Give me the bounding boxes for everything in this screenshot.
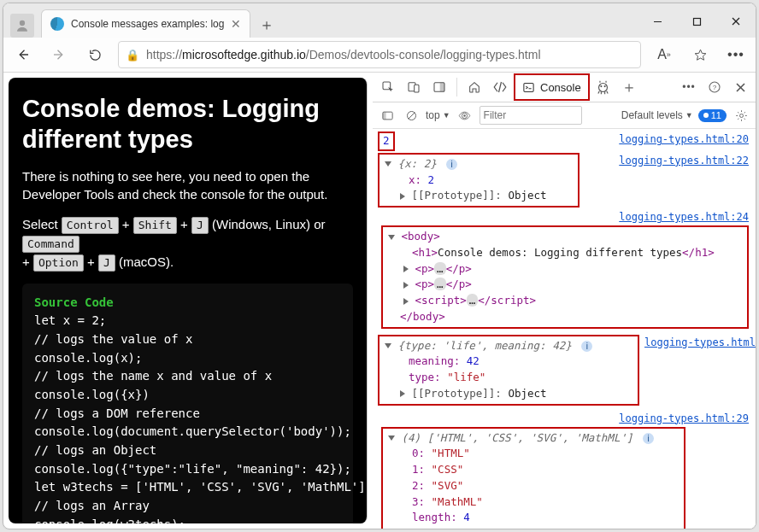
maximize-button[interactable] (677, 5, 716, 38)
console-toolbar: top ▼ Default levels ▼ 11 (373, 102, 756, 129)
clear-console-icon[interactable] (402, 106, 421, 125)
browser-window: Console messages examples: log ✕ ＋ 🔒 htt… (3, 3, 756, 529)
source-link[interactable]: logging-types.html:26 (644, 335, 756, 350)
devtools-menu-button[interactable]: ••• (677, 75, 701, 99)
elements-tab-icon[interactable] (488, 75, 512, 99)
favorites-button[interactable] (687, 42, 713, 67)
code-line: let x = 2; (34, 312, 341, 330)
devtools-panel: Console ＋ ••• ? top ▼ Default levels ▼ 1… (373, 73, 756, 529)
expand-icon[interactable] (403, 266, 409, 272)
log-dom-node[interactable]: <body> <h1>Console demos: Logging differ… (381, 225, 749, 329)
svg-text:?: ? (713, 84, 717, 91)
svg-line-25 (408, 112, 415, 119)
page-body: Console demos: Logging different types T… (9, 78, 368, 523)
svg-point-13 (599, 83, 608, 91)
expand-icon[interactable] (385, 343, 391, 348)
console-tab[interactable]: Console (514, 73, 590, 101)
url-field[interactable]: 🔒 https://microsoftedge.github.io/Demos/… (118, 41, 641, 68)
live-expression-icon[interactable] (456, 106, 474, 125)
info-icon[interactable]: i (643, 433, 654, 444)
edge-favicon-icon (50, 17, 64, 31)
svg-point-0 (20, 20, 25, 26)
minimize-button[interactable] (638, 5, 677, 38)
code-line: let w3techs = ['HTML', 'CSS', 'SVG', 'Ma… (34, 478, 341, 497)
sources-tab-icon[interactable] (591, 75, 615, 99)
reader-button[interactable]: A» (651, 42, 677, 67)
help-icon[interactable]: ? (703, 75, 727, 99)
code-comment: // logs the name x and value of x (34, 367, 341, 386)
forward-button[interactable] (46, 42, 72, 67)
log-object[interactable]: {type: 'life', meaning: 42} i meaning: 4… (378, 335, 639, 406)
expand-icon[interactable] (400, 390, 405, 397)
svg-point-27 (463, 114, 466, 117)
close-window-button[interactable] (716, 5, 756, 38)
expand-icon[interactable] (403, 282, 409, 289)
code-line: console.log(w3techs); (34, 516, 341, 523)
source-link[interactable]: logging-types.html:22 (619, 153, 749, 168)
back-button[interactable] (10, 42, 36, 67)
browser-menu-button[interactable]: ••• (723, 42, 749, 67)
code-comment: // logs a DOM reference (34, 405, 341, 424)
expand-icon[interactable] (388, 436, 395, 441)
source-link[interactable]: logging-types.html:20 (619, 132, 749, 147)
log-array[interactable]: (4) ['HTML', 'CSS', 'SVG', 'MathML'] i 0… (381, 427, 685, 529)
devtools-close-button[interactable] (728, 75, 752, 99)
context-select[interactable]: top ▼ (426, 109, 450, 121)
code-comment: // logs the value of x (34, 330, 341, 349)
issues-badge[interactable]: 11 (698, 109, 727, 122)
source-link[interactable]: logging-types.html:24 (619, 209, 749, 225)
code-comment: // logs an Object (34, 441, 341, 460)
code-title: Source Code (34, 294, 341, 313)
dock-side-icon[interactable] (427, 75, 451, 99)
profile-avatar[interactable] (10, 14, 34, 38)
new-tab-button[interactable]: ＋ (254, 12, 279, 38)
info-icon[interactable]: i (581, 341, 592, 352)
svg-rect-9 (415, 85, 419, 92)
svg-point-28 (739, 114, 743, 117)
welcome-tab-icon[interactable] (462, 75, 486, 99)
filter-input[interactable] (480, 106, 582, 125)
console-output: 2 logging-types.html:20 {x: 2} i x: 2 [[… (373, 129, 756, 529)
console-row: {type: 'life', meaning: 42} i meaning: 4… (378, 334, 749, 406)
console-row: 2 logging-types.html:20 (378, 131, 749, 152)
log-value[interactable]: 2 (378, 132, 395, 151)
kbd-command: Command (22, 236, 79, 253)
console-settings-icon[interactable] (732, 106, 750, 125)
tab-title: Console messages examples: log (71, 18, 224, 30)
svg-point-15 (604, 85, 606, 87)
info-icon[interactable]: i (446, 159, 457, 170)
log-object[interactable]: {x: 2} i x: 2 [[Prototype]]: Object (378, 153, 580, 208)
expand-icon[interactable] (400, 193, 405, 200)
console-row: logging-types.html:29 (378, 410, 749, 427)
code-comment: // logs an Array (34, 497, 341, 516)
svg-rect-11 (440, 83, 444, 92)
browser-tab[interactable]: Console messages examples: log ✕ (41, 9, 250, 38)
refresh-button[interactable] (82, 42, 108, 67)
device-toolbar-icon[interactable] (402, 75, 426, 99)
console-icon (522, 81, 535, 94)
console-row: {x: 2} i x: 2 [[Prototype]]: Object logg… (378, 152, 749, 208)
code-line: console.log(x); (34, 349, 341, 368)
kbd-j2: J (98, 254, 115, 272)
new-tab-icon[interactable]: ＋ (617, 75, 641, 99)
page-title: Console demos: Logging different types (22, 93, 353, 155)
kbd-option: Option (33, 254, 84, 272)
lock-icon: 🔒 (126, 49, 139, 61)
shortcut-instructions: Select Control + Shift + J (Windows, Lin… (22, 215, 353, 272)
console-tab-label: Console (540, 81, 581, 94)
tab-close-icon[interactable]: ✕ (231, 17, 241, 31)
url-text: https://microsoftedge.github.io/Demos/de… (146, 48, 541, 61)
expand-icon[interactable] (388, 235, 395, 240)
console-row: logging-types.html:24 (378, 208, 749, 225)
toggle-sidebar-icon[interactable] (378, 106, 397, 125)
source-link[interactable]: logging-types.html:29 (619, 411, 749, 426)
page-paragraph: There is nothing to see here, you need t… (22, 167, 353, 203)
inspect-element-icon[interactable] (376, 75, 400, 99)
log-levels-select[interactable]: Default levels ▼ (621, 109, 693, 121)
kbd-shift: Shift (133, 217, 177, 234)
titlebar: Console messages examples: log ✕ ＋ (3, 3, 756, 38)
window-controls (638, 5, 756, 38)
content-area: Console demos: Logging different types T… (3, 73, 756, 529)
expand-icon[interactable] (385, 161, 391, 167)
expand-icon[interactable] (403, 298, 409, 305)
